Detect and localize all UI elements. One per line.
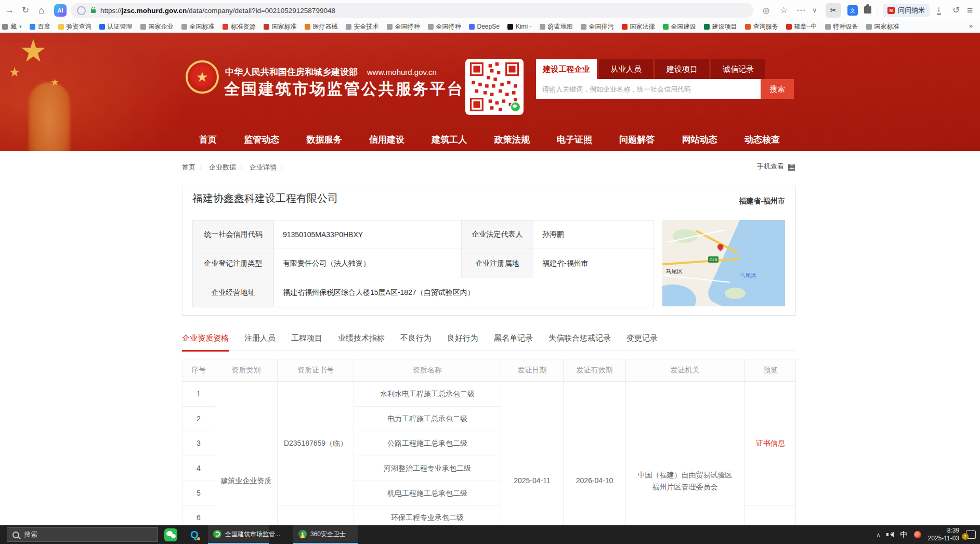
search-category-tab[interactable]: 从业人员	[599, 59, 653, 79]
tray-360-icon[interactable]	[914, 531, 921, 538]
nav-item[interactable]: 信用建设	[369, 129, 404, 151]
nav-item[interactable]: 动态核查	[744, 129, 780, 151]
detail-tab[interactable]: 不良行为	[400, 333, 432, 351]
taskbar-app-360[interactable]: 360安全卫士	[293, 525, 358, 544]
bookmark-item[interactable]: 百度 ▾	[30, 22, 50, 31]
volume-muted-icon[interactable]	[887, 532, 894, 537]
chevron-down-icon[interactable]: ∨	[812, 4, 817, 17]
breadcrumb-item[interactable]: 首页〉	[182, 163, 209, 172]
taskbar-clock[interactable]: 8:39 2025-11-03	[928, 527, 960, 542]
search-category-tab[interactable]: 建设工程企业	[536, 59, 597, 79]
qualification-name: 河湖整治工程专业承包二级	[354, 456, 501, 481]
bookmark-item[interactable]: 规章--中 ▾	[786, 22, 817, 31]
bookmark-item[interactable]: 国家企业 ▾	[140, 22, 174, 31]
certificate-info-link[interactable]: 证书信息	[756, 439, 785, 448]
detail-tab[interactable]: 注册人员	[244, 333, 276, 351]
bookmark-item[interactable]: 全国特种 ▾	[387, 22, 420, 31]
bookmark-item[interactable]: 查询服务 ▾	[745, 22, 778, 31]
detail-tab[interactable]: 业绩技术指标	[338, 333, 385, 351]
bookmark-item[interactable]: 藏 ▾	[2, 22, 22, 31]
bookmark-item[interactable]: 全国排污 ▾	[581, 22, 614, 31]
wechat-taskbar-icon[interactable]	[164, 528, 177, 541]
info-value: 有限责任公司（法人独资）	[273, 249, 461, 278]
url-domain: jzsc.mohurd.gov.cn	[122, 7, 187, 15]
site-banner: ★ 中华人民共和国住房和城乡建设部www.mohurd.gov.cn 全国建筑市…	[0, 33, 980, 151]
ime-indicator[interactable]: 中	[900, 530, 907, 539]
bookmark-item[interactable]: 建设项目 ▾	[704, 22, 737, 31]
bookmark-item[interactable]: 蔚蓝地图 ▾	[540, 22, 573, 31]
bookmark-item[interactable]: 特种设备 ▾	[825, 22, 858, 31]
screenshot-button[interactable]: ✂	[826, 3, 841, 18]
lock-icon	[91, 9, 96, 13]
search-category-tab[interactable]: 诚信记录	[711, 59, 765, 79]
bookmark-favicon	[866, 24, 872, 30]
assistant-logo-icon: N	[887, 7, 895, 14]
site-info-icon[interactable]	[77, 6, 86, 15]
bookmark-item[interactable]: 国家标准 ▾	[866, 22, 899, 31]
assistant-button[interactable]: N 问问纳米	[883, 4, 930, 17]
column-header: 发证日期	[501, 359, 564, 382]
bookmark-item[interactable]: Kimi - ▾	[507, 23, 532, 30]
detail-tab[interactable]: 变更记录	[626, 333, 658, 351]
bookmark-item[interactable]: 国家标准 ▾	[264, 22, 297, 31]
forward-icon[interactable]: →	[5, 4, 14, 17]
certificate-number: D235187659（临）	[278, 382, 354, 506]
download-icon[interactable]: ↓	[937, 4, 941, 15]
row-number: 2	[182, 407, 215, 432]
detail-tab[interactable]: 工程项目	[291, 333, 322, 351]
bookmark-item[interactable]: 全国标准 ▾	[181, 22, 215, 31]
search-input[interactable]	[536, 79, 761, 99]
bookmark-item[interactable]: 全国建设 ▾	[663, 22, 696, 31]
bookmark-item[interactable]: 认证管理 ▾	[99, 22, 133, 31]
home-icon[interactable]: ⌂	[38, 4, 44, 17]
ai-assistant-icon[interactable]: AI	[54, 4, 67, 17]
qualification-table: 序号 资质类别 资质证书号 资质名称 发证日期 发证有效期 发证机关 预览 12…	[182, 359, 796, 525]
tray-expand-icon[interactable]: ∧	[876, 532, 880, 538]
notification-center-icon[interactable]: 2	[966, 530, 976, 539]
qr-icon[interactable]: ▦	[787, 162, 795, 171]
company-location-map[interactable]: G15 马尾区 马尾港	[662, 220, 785, 306]
bookmark-item[interactable]: 标准资源 ▾	[223, 22, 256, 31]
address-bar[interactable]: https://jzsc.mohurd.gov.cn/data/company/…	[71, 3, 753, 18]
nav-item[interactable]: 网站动态	[682, 129, 717, 151]
more-icon[interactable]: ⋯	[796, 4, 805, 17]
refresh-icon[interactable]: ↻	[22, 4, 29, 17]
detail-tab[interactable]: 良好行为	[447, 333, 478, 351]
bookmark-label: 百度	[38, 22, 50, 31]
bookmark-item[interactable]: 全国特种 ▾	[428, 22, 461, 31]
search-button[interactable]: 搜索	[761, 79, 794, 99]
url-text[interactable]: https://jzsc.mohurd.gov.cn/data/company/…	[100, 7, 335, 15]
nav-item[interactable]: 首页	[199, 129, 217, 151]
bookmark-item[interactable]: 安全技术 ▾	[346, 22, 379, 31]
extensions-icon[interactable]	[864, 6, 871, 14]
detail-tab[interactable]: 失信联合惩戒记录	[548, 333, 611, 351]
reading-mode-icon[interactable]: ◎	[763, 4, 769, 17]
column-header: 资质证书号	[278, 359, 354, 382]
breadcrumb-item[interactable]: 企业数据〉	[209, 163, 250, 172]
breadcrumb-item[interactable]: 企业详情〉	[250, 163, 290, 172]
nav-item[interactable]: 电子证照	[557, 129, 592, 151]
bookmark-item[interactable]: DeepSe ▾	[469, 23, 500, 30]
undo-icon[interactable]: ↺	[952, 4, 960, 17]
nav-item[interactable]: 监管动态	[244, 129, 279, 151]
detail-tab[interactable]: 企业资质资格	[182, 333, 229, 352]
menu-icon[interactable]: ≡	[967, 4, 973, 17]
taskbar-app-browser[interactable]: 全国建筑市场监管...	[208, 525, 269, 544]
search-category-tab[interactable]: 建设项目	[655, 59, 709, 79]
nav-item[interactable]: 政策法规	[494, 129, 530, 151]
bookmarks-overflow-icon[interactable]: »	[969, 22, 973, 30]
bookmark-item[interactable]: 国家法律 ▾	[622, 22, 655, 31]
system-tray: ∧ 中 8:39 2025-11-03 2	[876, 525, 976, 544]
bookmark-item[interactable]: 医疗器械 ▾	[305, 22, 338, 31]
taskbar-search[interactable]: 搜索	[7, 527, 158, 542]
translate-icon[interactable]: 文	[847, 5, 858, 16]
detail-tab[interactable]: 黑名单记录	[494, 333, 533, 351]
bookmarks-bar: 藏 ▾ 百度 ▾ 验资查询 ▾ 认证管理 ▾ 国家企业 ▾ 全国标准	[0, 21, 980, 33]
nav-item[interactable]: 问题解答	[619, 129, 655, 151]
nav-item[interactable]: 建筑工人	[432, 129, 467, 151]
bookmark-star-icon[interactable]: ☆	[780, 4, 788, 17]
nav-item[interactable]: 数据服务	[307, 129, 342, 151]
bookmark-item[interactable]: 验资查询 ▾	[58, 22, 92, 31]
qq-taskbar-icon[interactable]: Q	[188, 528, 201, 541]
mobile-view-link[interactable]: 手机查看 ▦	[757, 162, 795, 171]
